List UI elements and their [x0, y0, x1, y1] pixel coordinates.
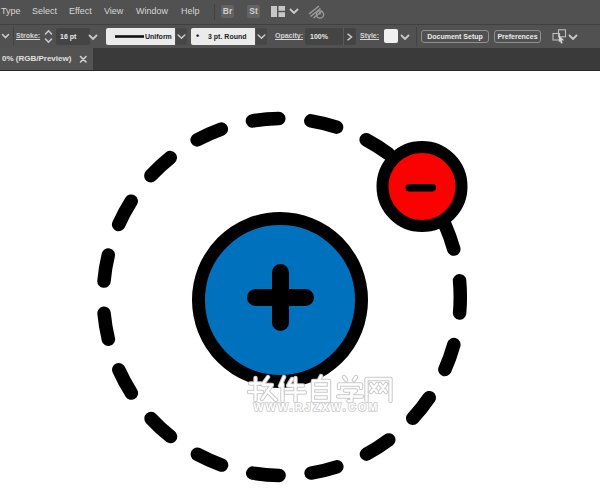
svg-text:WWW.RJZXW.COM: WWW.RJZXW.COM	[253, 401, 379, 413]
